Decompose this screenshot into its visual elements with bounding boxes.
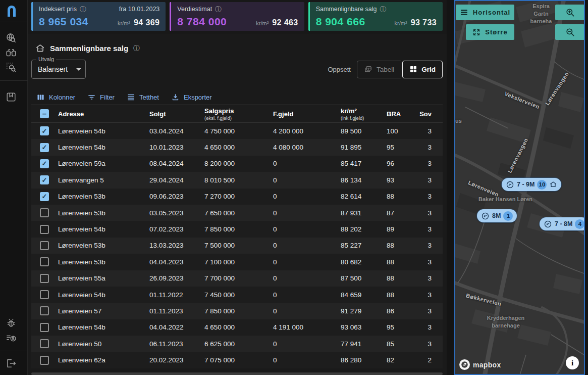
row-checkbox[interactable] [40, 356, 49, 365]
map-info-button[interactable]: i [566, 356, 579, 369]
storre-button[interactable]: Større [466, 24, 514, 40]
table-row[interactable]: Lørenveien 57 01.11.2023 7 850 000 0 91 … [31, 303, 443, 319]
eksporter-button[interactable]: Eksporter [171, 93, 212, 102]
bookmark-icon[interactable] [6, 91, 17, 103]
zoom-out-button[interactable] [555, 24, 584, 40]
header-adresse[interactable]: Adresse [58, 110, 149, 118]
marker-count-badge: 1 [503, 211, 513, 221]
table-row[interactable]: Lørenveien 53b 09.06.2023 7 270 000 0 82… [31, 189, 443, 205]
cell-bra: 88 [387, 274, 417, 282]
bug-icon[interactable] [6, 317, 17, 329]
cell-salgspris: 7 700 000 [204, 274, 273, 282]
map-panel[interactable]: Espira Gartnbarneha Vekslerveien Lørenva… [454, 0, 585, 375]
comparable-sales-table: Adresse Solgt Salgspris(eksl. f.gjeld) F… [31, 105, 443, 368]
cell-krm2: 82 614 [341, 193, 387, 200]
tetthet-button[interactable]: Tetthet [127, 93, 159, 102]
filter-button[interactable]: Filter [87, 93, 115, 102]
logout-icon[interactable] [6, 358, 17, 369]
cell-fgjeld: 0 [273, 258, 341, 266]
cell-solgt: 04.04.2022 [149, 323, 204, 331]
cell-krm2: 86 280 [341, 356, 387, 364]
card-title: Indeksert pris [39, 6, 77, 13]
view-toggle-tabell-label: Tabell [377, 66, 394, 73]
view-toggle-grid[interactable]: Grid [402, 61, 443, 78]
table-body: Lørenveien 54b 03.04.2024 4 750 000 4 20… [31, 123, 443, 368]
row-checkbox[interactable] [40, 208, 49, 217]
cell-krm2: 93 063 [341, 323, 387, 331]
info-icon[interactable]: ⓘ [133, 45, 140, 52]
map-marker-7-9m[interactable]: 7 - 9M 10 [502, 178, 561, 191]
row-checkbox[interactable] [40, 241, 49, 250]
select-all-checkbox[interactable] [40, 109, 49, 118]
row-checkbox[interactable] [40, 175, 49, 184]
app-logo[interactable] [8, 6, 16, 17]
table-row[interactable]: Lørenveien 53b 03.05.2023 7 650 000 0 87… [31, 205, 443, 221]
contact-list-icon[interactable] [6, 333, 17, 344]
zoom-in-button[interactable] [555, 5, 584, 20]
cell-solgt: 01.11.2022 [149, 291, 204, 299]
table-row[interactable]: Lørenveien 53b 04.04.2023 7 100 000 0 80… [31, 254, 443, 270]
table-row[interactable]: Lørenveien 54b 10.01.2023 4 650 000 4 08… [31, 139, 443, 155]
cell-bra: 88 [387, 193, 417, 200]
table-row[interactable]: Lørenveien 62a 20.02.2023 7 075 000 0 86… [31, 352, 443, 368]
view-toggle-tabell[interactable]: Tabell [357, 61, 401, 78]
table-row[interactable]: Lørenveien 50 06.11.2023 6 625 000 0 77 … [31, 336, 443, 352]
row-checkbox[interactable] [40, 159, 49, 168]
cell-adresse: Lørenveien 54b [58, 291, 149, 299]
horizontal-scrollbar[interactable] [31, 372, 443, 375]
cell-fgjeld: 4 191 000 [273, 323, 341, 331]
mapbox-attribution[interactable]: mapbox [459, 359, 501, 370]
map-label-espira: Espira Gartnbarneha [525, 3, 557, 25]
cell-adresse: Lørenveien 54b [58, 225, 149, 233]
cell-adresse: Lørenveien 53b [58, 258, 149, 266]
table-row[interactable]: Lørenveien 53b 13.03.2023 7 500 000 0 85… [31, 238, 443, 254]
binoculars-icon[interactable] [6, 47, 17, 58]
header-sov[interactable]: Sov [417, 110, 443, 118]
cell-bra: 86 [387, 307, 417, 315]
table-row[interactable]: Lørenveien 54b 04.04.2022 4 650 000 4 19… [31, 319, 443, 336]
row-checkbox[interactable] [40, 143, 49, 152]
row-checkbox[interactable] [40, 290, 49, 299]
table-row[interactable]: Lørenveien 54b 07.02.2023 7 850 000 0 88… [31, 221, 443, 237]
area-search-icon[interactable] [6, 62, 17, 73]
row-checkbox[interactable] [40, 126, 49, 135]
map-marker-8m[interactable]: 8M 1 [477, 209, 517, 222]
filter-label: Filter [100, 93, 115, 101]
header-fgjeld[interactable]: F.gjeld [273, 110, 341, 118]
globe-search-icon[interactable] [6, 32, 17, 43]
cell-adresse: Lørenveien 59a [58, 160, 149, 167]
kolonner-button[interactable]: Kolonner [36, 93, 75, 102]
card-verdiestimat: Verdiestimatⓘ 8 784 000 kr/m²92 463 [170, 2, 304, 31]
table-row[interactable]: Lørenveien 54b 01.11.2022 7 450 000 0 84… [31, 287, 443, 303]
table-row[interactable]: Lørenvangen 5 29.04.2024 8 010 500 0 86 … [31, 172, 443, 188]
horisontal-button[interactable]: Horisontal [456, 5, 514, 20]
cell-krm2: 77 941 [341, 340, 387, 348]
header-bra[interactable]: BRA [387, 110, 417, 118]
table-row[interactable]: Lørenveien 54b 03.04.2024 4 750 000 4 20… [31, 123, 443, 139]
cell-fgjeld: 0 [273, 242, 341, 249]
utvalg-select[interactable]: Utvalg Balansert [31, 60, 86, 79]
header-salgspris[interactable]: Salgspris(eksl. f.gjeld) [204, 107, 273, 121]
row-checkbox[interactable] [40, 339, 49, 348]
table-row[interactable]: Lørenveien 59a 08.04.2024 8 200 000 0 85… [31, 156, 443, 172]
card-value: 8 904 666 [316, 16, 365, 28]
horisontal-label: Horisontal [473, 9, 510, 16]
cell-adresse: Lørenveien 53b [58, 193, 149, 200]
info-icon[interactable]: ⓘ [380, 6, 387, 13]
header-solgt[interactable]: Solgt [149, 110, 204, 118]
content: Sammenlignbare salg ⓘ Utvalg Balansert O… [28, 43, 447, 368]
sidebar-divider [0, 22, 28, 22]
map-marker-7-8m[interactable]: 7 - 8M 4 [540, 217, 585, 230]
row-checkbox[interactable] [40, 192, 49, 201]
row-checkbox[interactable] [40, 257, 49, 266]
cell-krm2: 87 931 [341, 209, 387, 217]
tetthet-label: Tetthet [139, 93, 159, 101]
row-checkbox[interactable] [40, 225, 49, 234]
table-row[interactable]: Lørenveien 55a 26.09.2023 7 700 000 0 87… [31, 270, 443, 287]
row-checkbox[interactable] [40, 274, 49, 283]
row-checkbox[interactable] [40, 306, 49, 315]
info-icon[interactable]: ⓘ [215, 6, 222, 13]
header-krm2[interactable]: kr/m²(ink f.gjeld) [341, 107, 387, 121]
info-icon[interactable]: ⓘ [80, 6, 86, 13]
row-checkbox[interactable] [40, 323, 49, 332]
